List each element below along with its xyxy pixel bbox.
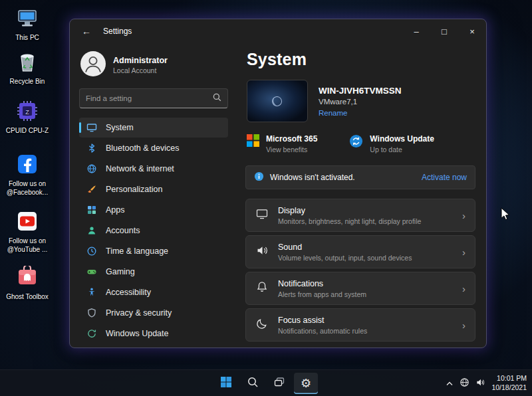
card-subtitle: Monitors, brightness, night light, displ… — [278, 217, 421, 225]
card-title: Notifications — [278, 279, 366, 288]
activation-message: Windows isn't activated. — [270, 173, 355, 182]
clock-icon — [86, 246, 97, 257]
nav-item-label: Apps — [106, 205, 125, 215]
desktop-icon-recycle-bin[interactable]: Recycle Bin — [3, 48, 52, 86]
ghost-toolbox-icon — [3, 263, 52, 291]
facebook-icon — [3, 150, 52, 178]
system-icon — [86, 122, 97, 134]
sidebar: Administrator Local Account System Bluet… — [70, 19, 237, 347]
settings-main-panel: System WIN-JIVH6TVMSSN VMware7,1 Rename … — [237, 19, 486, 347]
account-type: Local Account — [113, 66, 168, 74]
apps-grid-icon — [86, 205, 97, 216]
sound-settings-card[interactable]: Sound Volume levels, output, input, soun… — [245, 235, 475, 268]
nav-item-accessibility[interactable]: Accessibility — [79, 282, 228, 302]
nav-item-label: Network & internet — [106, 164, 174, 173]
desktop-icon-ghost-toolbox[interactable]: Ghost Toolbox — [3, 263, 52, 302]
nav-item-apps[interactable]: Apps — [79, 200, 228, 220]
page-title: System — [247, 50, 475, 69]
activation-banner: Windows isn't activated. Activate now — [245, 165, 475, 189]
display-icon — [255, 207, 269, 223]
nav-item-label: Accounts — [106, 226, 140, 235]
accessibility-person-icon — [86, 287, 97, 298]
desktop-icon-label: Ghost Toolbox — [6, 293, 49, 300]
maximize-button[interactable]: □ — [430, 20, 458, 43]
minimize-button[interactable]: – — [402, 20, 430, 43]
settings-window: ← Settings – □ × Administrator Local Acc… — [69, 19, 487, 348]
nav-item-label: Time & language — [106, 247, 168, 256]
display-settings-card[interactable]: Display Monitors, brightness, night ligh… — [245, 199, 475, 232]
desktop-icon-facebook[interactable]: Follow us on @Facebook... — [3, 150, 52, 197]
nav-item-bluetooth-devices[interactable]: Bluetooth & devices — [79, 138, 228, 158]
microsoft-365-status[interactable]: Microsoft 365 View benefits — [247, 134, 317, 153]
nav-item-time-language[interactable]: Time & language — [79, 241, 228, 261]
notifications-settings-card[interactable]: Notifications Alerts from apps and syste… — [245, 272, 475, 305]
nav-item-personalization[interactable]: Personalization — [79, 179, 228, 199]
nav-item-accounts[interactable]: Accounts — [79, 221, 228, 241]
recycle-bin-icon — [3, 48, 52, 76]
nav-item-label: Bluetooth & devices — [106, 144, 180, 153]
status-title: Microsoft 365 — [266, 134, 317, 144]
card-title: Sound — [278, 243, 412, 252]
nav-item-label: Gaming — [106, 267, 135, 276]
svg-text:Z: Z — [25, 109, 29, 116]
card-title: Focus assist — [278, 316, 367, 325]
settings-button[interactable]: ⚙ — [294, 373, 318, 394]
activate-now-link[interactable]: Activate now — [422, 173, 467, 182]
task-view-button[interactable] — [267, 373, 291, 394]
card-title: Display — [278, 206, 421, 215]
close-button[interactable]: × — [458, 20, 486, 43]
nav-item-gaming[interactable]: Gaming — [79, 262, 228, 282]
search-button[interactable] — [241, 373, 265, 394]
desktop-icon-youtube[interactable]: Follow us on @YouTube ... — [3, 207, 52, 254]
avatar-person-icon — [80, 51, 106, 79]
mouse-cursor — [501, 207, 511, 224]
settings-nav: System Bluetooth & devices Network & int… — [79, 118, 228, 344]
taskbar-clock[interactable]: 10:01 PM 10/18/2021 — [491, 374, 527, 392]
account-name: Administrator — [113, 56, 168, 65]
back-icon: ← — [82, 26, 91, 37]
desktop-icon-label: CPUID CPU-Z — [6, 127, 49, 134]
windows-update-status[interactable]: Windows Update Up to date — [349, 134, 434, 153]
gear-icon: ⚙ — [301, 376, 311, 391]
tray-date: 10/18/2021 — [491, 383, 527, 393]
cpu-z-icon: Z — [3, 97, 52, 125]
nav-item-network-internet[interactable]: Network & internet — [79, 159, 228, 179]
focus-assist-settings-card[interactable]: Focus assist Notifications, automatic ru… — [245, 308, 475, 342]
device-model: VMware7,1 — [319, 98, 402, 106]
taskbar-center-buttons: ⚙ — [214, 370, 318, 396]
info-icon — [254, 171, 264, 184]
desktop-icon-cpu-z[interactable]: Z CPUID CPU-Z — [3, 97, 52, 136]
bell-icon — [255, 280, 269, 296]
card-subtitle: Alerts from apps and system — [278, 290, 366, 298]
account-header[interactable]: Administrator Local Account — [80, 51, 227, 79]
volume-icon[interactable] — [475, 377, 485, 390]
moon-icon — [255, 317, 269, 333]
desktop-icon-this-pc[interactable]: This PC — [3, 4, 52, 43]
chevron-up-icon[interactable] — [446, 377, 454, 389]
status-row: Microsoft 365 View benefits Windows Upda… — [247, 134, 475, 153]
chevron-right-icon: › — [462, 210, 466, 221]
nav-item-system[interactable]: System — [79, 118, 228, 138]
network-globe-icon[interactable] — [460, 377, 469, 390]
search-icon[interactable] — [213, 92, 221, 104]
nav-item-windows-update[interactable]: Windows Update — [79, 324, 228, 344]
start-button[interactable] — [214, 373, 238, 394]
minimize-icon: – — [414, 27, 418, 37]
status-subtitle: Up to date — [370, 146, 434, 153]
desktop-icon-label: Follow us on @Facebook... — [7, 180, 48, 196]
desktop-icon-label: This PC — [15, 34, 39, 41]
windows-update-circle-icon — [349, 134, 363, 151]
search-input[interactable] — [86, 94, 213, 102]
chevron-right-icon: › — [462, 283, 466, 294]
personalization-brush-icon — [86, 184, 97, 195]
status-title: Windows Update — [370, 134, 434, 144]
nav-item-label: Privacy & security — [106, 308, 172, 318]
nav-item-privacy-security[interactable]: Privacy & security — [79, 303, 228, 323]
device-name: WIN-JIVH6TVMSSN — [319, 86, 402, 96]
desktop-icon-label: Follow us on @YouTube ... — [7, 237, 48, 253]
rename-link[interactable]: Rename — [319, 109, 402, 117]
device-wallpaper-thumbnail — [247, 80, 308, 122]
taskbar: ⚙ 10:01 PM 10/18/2021 — [0, 369, 532, 396]
back-button[interactable]: ← — [75, 22, 98, 41]
task-view-icon — [273, 376, 285, 391]
